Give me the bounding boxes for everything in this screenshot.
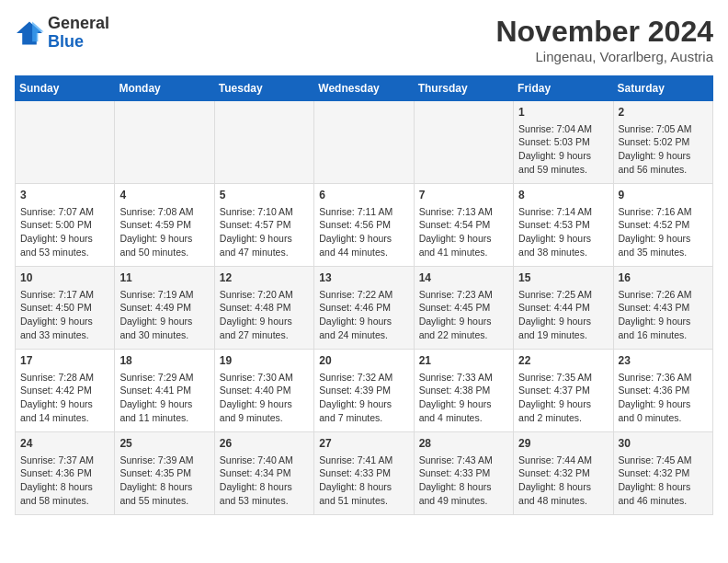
- day-info-line: Daylight: 9 hours and 59 minutes.: [518, 149, 608, 176]
- day-info-line: Sunset: 4:50 PM: [20, 301, 109, 315]
- calendar-cell: 30Sunrise: 7:45 AMSunset: 4:32 PMDayligh…: [613, 432, 712, 515]
- day-info-line: Sunset: 4:33 PM: [419, 466, 508, 480]
- logo: General Blue: [15, 15, 109, 52]
- day-info-line: Sunset: 4:36 PM: [619, 384, 708, 397]
- calendar-cell: 7Sunrise: 7:13 AMSunset: 4:54 PMDaylight…: [414, 184, 513, 267]
- day-info-line: Sunrise: 7:16 AM: [619, 205, 708, 219]
- day-number: 25: [119, 436, 209, 452]
- calendar-week-row: 17Sunrise: 7:28 AMSunset: 4:42 PMDayligh…: [16, 350, 713, 432]
- day-info-line: Daylight: 9 hours and 35 minutes.: [619, 232, 708, 259]
- day-info-line: Sunrise: 7:45 AM: [619, 454, 708, 467]
- day-info-line: Sunrise: 7:17 AM: [20, 288, 109, 302]
- calendar-cell: 18Sunrise: 7:29 AMSunset: 4:41 PMDayligh…: [115, 350, 214, 432]
- day-number: 1: [518, 105, 608, 121]
- day-info-line: Daylight: 9 hours and 41 minutes.: [419, 232, 508, 259]
- day-number: 19: [220, 353, 309, 369]
- day-info-line: Daylight: 9 hours and 7 minutes.: [319, 397, 408, 424]
- day-info-line: Sunrise: 7:28 AM: [20, 371, 109, 385]
- calendar-cell: [414, 101, 513, 184]
- day-info-line: Sunrise: 7:22 AM: [319, 288, 408, 302]
- day-info-line: Daylight: 9 hours and 30 minutes.: [119, 315, 209, 341]
- day-info-line: Sunset: 5:00 PM: [20, 218, 109, 232]
- calendar-cell: 8Sunrise: 7:14 AMSunset: 4:53 PMDaylight…: [514, 184, 613, 267]
- day-info-line: Sunset: 4:37 PM: [518, 384, 608, 397]
- month-title: November 2024: [495, 15, 713, 49]
- day-info-line: Daylight: 8 hours and 53 minutes.: [220, 480, 309, 507]
- calendar-cell: 14Sunrise: 7:23 AMSunset: 4:45 PMDayligh…: [414, 267, 513, 350]
- day-info-line: Daylight: 8 hours and 51 minutes.: [319, 480, 408, 507]
- calendar-cell: 9Sunrise: 7:16 AMSunset: 4:52 PMDaylight…: [613, 184, 712, 267]
- day-info-line: Sunrise: 7:10 AM: [220, 205, 309, 219]
- calendar-week-row: 10Sunrise: 7:17 AMSunset: 4:50 PMDayligh…: [16, 267, 713, 350]
- day-info-line: Sunset: 4:46 PM: [319, 301, 408, 315]
- calendar-cell: 19Sunrise: 7:30 AMSunset: 4:40 PMDayligh…: [214, 350, 313, 432]
- day-number: 2: [619, 105, 708, 121]
- day-info-line: Daylight: 9 hours and 27 minutes.: [220, 315, 309, 341]
- day-info-line: Sunset: 4:34 PM: [220, 466, 309, 480]
- day-info-line: Sunset: 5:03 PM: [518, 135, 608, 149]
- day-info-line: Sunrise: 7:35 AM: [518, 371, 608, 385]
- calendar-cell: 20Sunrise: 7:32 AMSunset: 4:39 PMDayligh…: [314, 350, 414, 432]
- calendar-week-row: 24Sunrise: 7:37 AMSunset: 4:36 PMDayligh…: [16, 432, 713, 515]
- calendar-cell: 15Sunrise: 7:25 AMSunset: 4:44 PMDayligh…: [514, 267, 613, 350]
- day-info-line: Sunrise: 7:29 AM: [119, 371, 209, 385]
- calendar-cell: 2Sunrise: 7:05 AMSunset: 5:02 PMDaylight…: [613, 101, 712, 184]
- day-number: 30: [619, 436, 708, 452]
- day-info-line: Sunrise: 7:19 AM: [119, 288, 209, 302]
- calendar-table: SundayMondayTuesdayWednesdayThursdayFrid…: [15, 75, 713, 515]
- day-number: 29: [518, 436, 608, 452]
- calendar-week-row: 1Sunrise: 7:04 AMSunset: 5:03 PMDaylight…: [16, 101, 713, 184]
- day-info-line: Sunrise: 7:39 AM: [119, 454, 209, 467]
- day-info-line: Daylight: 9 hours and 9 minutes.: [220, 397, 309, 424]
- day-info-line: Daylight: 9 hours and 50 minutes.: [119, 232, 209, 259]
- day-info-line: Sunrise: 7:44 AM: [518, 454, 608, 467]
- day-number: 17: [20, 353, 109, 369]
- day-info-line: Sunrise: 7:26 AM: [619, 288, 708, 302]
- day-number: 5: [220, 188, 309, 203]
- day-info-line: Daylight: 9 hours and 16 minutes.: [619, 315, 708, 341]
- day-info-line: Sunset: 4:44 PM: [518, 301, 608, 315]
- calendar-cell: [16, 101, 115, 184]
- day-info-line: Daylight: 9 hours and 33 minutes.: [20, 315, 109, 341]
- day-info-line: Sunrise: 7:14 AM: [518, 205, 608, 219]
- day-info-line: Sunset: 4:45 PM: [419, 301, 508, 315]
- day-number: 14: [419, 270, 508, 286]
- day-number: 24: [20, 436, 109, 452]
- day-number: 6: [319, 188, 408, 203]
- calendar-cell: 16Sunrise: 7:26 AMSunset: 4:43 PMDayligh…: [613, 267, 712, 350]
- day-number: 9: [619, 188, 708, 203]
- day-info-line: Sunrise: 7:25 AM: [518, 288, 608, 302]
- day-number: 15: [518, 270, 608, 286]
- day-number: 20: [319, 353, 408, 369]
- day-info-line: Sunset: 4:35 PM: [119, 466, 209, 480]
- day-info-line: Sunset: 4:39 PM: [319, 384, 408, 397]
- day-info-line: Daylight: 9 hours and 0 minutes.: [619, 397, 708, 424]
- day-info-line: Sunset: 4:57 PM: [220, 218, 309, 232]
- day-info-line: Sunrise: 7:04 AM: [518, 122, 608, 136]
- day-number: 3: [20, 188, 109, 203]
- day-info-line: Sunrise: 7:41 AM: [319, 454, 408, 467]
- day-info-line: Daylight: 9 hours and 11 minutes.: [119, 397, 209, 424]
- day-info-line: Sunset: 5:02 PM: [619, 135, 708, 149]
- day-info-line: Daylight: 8 hours and 49 minutes.: [419, 480, 508, 507]
- calendar-cell: [115, 101, 214, 184]
- day-number: 28: [419, 436, 508, 452]
- day-info-line: Daylight: 9 hours and 44 minutes.: [319, 232, 408, 259]
- day-number: 27: [319, 436, 408, 452]
- day-info-line: Sunrise: 7:33 AM: [419, 371, 508, 385]
- day-info-line: Daylight: 8 hours and 46 minutes.: [619, 480, 708, 507]
- day-info-line: Daylight: 8 hours and 55 minutes.: [119, 480, 209, 507]
- day-info-line: Daylight: 9 hours and 14 minutes.: [20, 397, 109, 424]
- day-info-line: Sunrise: 7:43 AM: [419, 454, 508, 467]
- day-info-line: Sunset: 4:48 PM: [220, 301, 309, 315]
- day-info-line: Daylight: 9 hours and 56 minutes.: [619, 149, 708, 176]
- svg-marker-0: [17, 21, 42, 44]
- day-number: 18: [119, 353, 209, 369]
- weekday-header-cell: Saturday: [613, 76, 712, 101]
- calendar-cell: 3Sunrise: 7:07 AMSunset: 5:00 PMDaylight…: [16, 184, 115, 267]
- day-number: 21: [419, 353, 508, 369]
- calendar-cell: 5Sunrise: 7:10 AMSunset: 4:57 PMDaylight…: [214, 184, 313, 267]
- day-info-line: Daylight: 9 hours and 19 minutes.: [518, 315, 608, 341]
- calendar-cell: 25Sunrise: 7:39 AMSunset: 4:35 PMDayligh…: [115, 432, 214, 515]
- day-info-line: Sunrise: 7:13 AM: [419, 205, 508, 219]
